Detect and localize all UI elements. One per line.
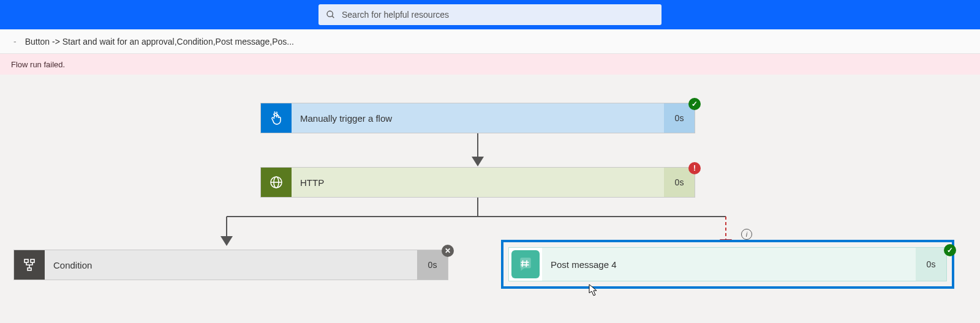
svg-rect-13	[28, 268, 31, 270]
step-http-title: HTTP	[292, 168, 664, 197]
step-postmsg[interactable]: Post message 4 0s	[508, 247, 947, 281]
flow-canvas[interactable]: Manually trigger a flow 0s ✓ HTTP 0s ! C…	[0, 75, 980, 323]
step-postmsg-title: Post message 4	[542, 248, 916, 281]
status-success-icon: ✓	[944, 244, 956, 256]
condition-icon	[14, 250, 45, 280]
svg-line-15	[526, 261, 527, 267]
search-box[interactable]	[318, 4, 662, 25]
svg-rect-11	[24, 259, 28, 262]
svg-line-1	[332, 16, 334, 18]
step-trigger-title: Manually trigger a flow	[292, 103, 664, 133]
touch-icon	[261, 103, 292, 133]
step-postmsg-duration: 0s	[916, 248, 946, 281]
svg-rect-12	[31, 259, 34, 262]
step-trigger[interactable]: Manually trigger a flow 0s	[260, 103, 695, 133]
info-icon[interactable]: i	[741, 229, 752, 240]
breadcrumb: - Button -> Start and wait for an approv…	[0, 29, 980, 54]
svg-line-14	[522, 261, 523, 267]
status-success-icon: ✓	[688, 98, 701, 110]
search-icon	[326, 10, 336, 20]
search-input[interactable]	[342, 10, 654, 20]
step-condition[interactable]: Condition 0s	[13, 250, 448, 280]
breadcrumb-separator: -	[13, 37, 17, 46]
status-skipped-icon: ✕	[442, 245, 454, 257]
step-postmsg-selection[interactable]: Post message 4 0s	[501, 240, 954, 289]
status-error-icon: !	[688, 162, 701, 174]
error-banner: Flow run failed.	[0, 54, 980, 75]
svg-point-0	[327, 11, 333, 17]
step-http[interactable]: HTTP 0s	[260, 167, 695, 198]
step-condition-title: Condition	[45, 250, 417, 280]
top-bar	[0, 0, 980, 29]
globe-icon	[261, 168, 292, 197]
error-message: Flow run failed.	[11, 60, 65, 69]
breadcrumb-text[interactable]: Button -> Start and wait for an approval…	[25, 37, 294, 46]
hash-icon	[511, 250, 540, 278]
